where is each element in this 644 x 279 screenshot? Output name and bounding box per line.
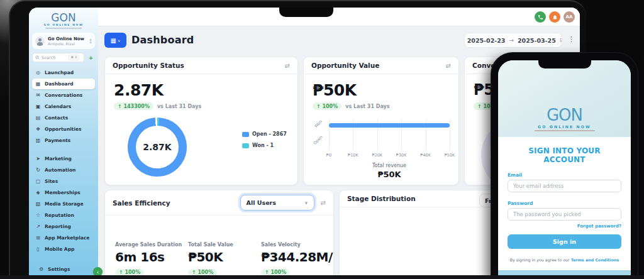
sidebar-item-label: App Marketplace — [45, 235, 89, 241]
phone-call-button[interactable] — [535, 11, 546, 23]
forgot-password-link[interactable]: Forgot password? — [508, 224, 621, 229]
sidebar-item-label: Dashboard — [45, 81, 74, 87]
kebab-menu-icon[interactable]: ⋮ — [568, 35, 575, 43]
email-field[interactable] — [508, 180, 621, 192]
screenshot-stage: GON GO ONLINE NOW Go Online Now Antipolo… — [0, 0, 644, 279]
card-title: Sales Efficiency — [113, 199, 170, 207]
sidebar-item-contacts[interactable]: ▤Contacts — [32, 112, 95, 123]
search-icon — [35, 55, 40, 60]
sidebar-item-marketing[interactable]: ➤Marketing — [32, 153, 95, 164]
phone-logo-text: GON — [547, 107, 582, 123]
bar-won — [329, 123, 450, 128]
notifications-button[interactable] — [549, 11, 560, 23]
sidebar-item-label: Reporting — [45, 224, 71, 229]
date-range-picker[interactable]: 2025-02-23 → 2025-03-25 ⊞ — [464, 33, 562, 48]
sidebar-item-label: Launchpad — [45, 70, 74, 75]
phone-bottom-bar — [498, 270, 631, 275]
sidebar-item-label: Settings — [48, 266, 70, 272]
sidebar-item-payments[interactable]: ▥Payments — [32, 135, 95, 146]
signin-title: SIGN INTO YOUR ACCOUNT — [508, 146, 621, 164]
mobile-app-icon: ▯ — [35, 246, 41, 252]
sidebar-item-conversations[interactable]: ✉Conversations — [32, 90, 95, 101]
terms-link[interactable]: Terms and Conditions — [571, 258, 619, 262]
opportunities-icon: ❖ — [35, 126, 41, 132]
logo-tagline-line — [45, 28, 82, 29]
date-start: 2025-02-23 — [467, 37, 506, 44]
sidebar-item-app-marketplace[interactable]: ⊞App Marketplace — [32, 232, 95, 243]
sign-in-button[interactable]: Sign in — [508, 234, 621, 249]
conversations-icon: ✉ — [35, 92, 41, 98]
sidebar-item-label: Conversations — [45, 92, 82, 98]
opportunity-value-bar-chart — [329, 119, 450, 150]
user-avatar[interactable]: AA — [564, 11, 575, 23]
x-axis-ticks: ₱0 ₱10K ₱20K ₱30K ₱40K ₱50K — [329, 153, 450, 159]
phone-login-header: GON GO ONLINE NOW — [498, 60, 631, 137]
sidebar-item-label: Marketing — [45, 156, 72, 161]
calendars-icon: ▣ — [35, 104, 41, 109]
sidebar-item-calendars[interactable]: ▣Calendars — [32, 101, 95, 112]
reporting-icon: ↗ — [35, 224, 41, 229]
sidebar-item-memberships[interactable]: ◈Memberships — [32, 187, 95, 198]
automation-icon: ↻ — [35, 167, 41, 173]
topbar: AA — [98, 8, 580, 26]
account-name: Go Online Now — [48, 36, 86, 41]
card-sales-efficiency: Sales Efficiency All Users ∨ ⇄ Average S… — [104, 190, 334, 279]
phone-logo-subtext: GO ONLINE NOW — [538, 124, 591, 129]
bar-row-label-won: Won — [313, 119, 323, 129]
phone-notch — [538, 60, 591, 68]
search-box[interactable]: ⌘ K — [32, 53, 84, 62]
users-filter-select[interactable]: All Users ∨ — [240, 195, 314, 211]
email-label: Email — [508, 172, 621, 178]
filter-icon[interactable]: ⇄ — [321, 199, 326, 206]
sidebar-item-mobile-app[interactable]: ▯Mobile App — [32, 244, 95, 254]
password-label: Password — [508, 200, 621, 206]
account-switcher[interactable]: Go Online Now Antipolo, Rizal ∧∨ — [32, 33, 95, 49]
sidebar-item-dashboard[interactable]: ▦Dashboard — [32, 79, 95, 89]
arrow-right-icon: → — [509, 37, 514, 43]
opportunity-status-donut-chart: 2.87K — [128, 118, 187, 177]
sidebar-item-media-storage[interactable]: ▧Media Storage — [32, 199, 95, 209]
phone-logo-tagline-line — [535, 130, 595, 131]
sidebar-item-launchpad[interactable]: ◎Launchpad — [32, 67, 95, 78]
chevron-down-icon: ∨ — [118, 38, 120, 43]
sidebar-item-label: Media Storage — [45, 201, 84, 207]
sidebar-item-opportunities[interactable]: ❖Opportunities — [32, 124, 95, 134]
payments-icon: ▥ — [35, 138, 41, 143]
sidebar-item-label: Memberships — [45, 190, 80, 195]
phone-icon — [538, 14, 543, 20]
dashboard-switcher-button[interactable]: ▦ ∨ — [104, 33, 126, 48]
card-opportunity-status: Opportunity Status ⇄ 2.87K ↑ 143300% vs … — [104, 57, 298, 185]
legend-swatch-open — [242, 132, 249, 137]
calendar-icon: ⊞ — [560, 37, 562, 43]
sales-metrics: Average Sales Duration 6m 16s ↑ 100% Tot… — [115, 242, 330, 276]
total-revenue-label: Total revenue — [329, 163, 450, 168]
chevron-down-icon: ∨ — [304, 200, 308, 205]
search-shortcut: ⌘ K — [69, 55, 79, 60]
sidebar-item-label: Contacts — [45, 115, 68, 121]
chevron-updown-icon: ∧∨ — [89, 38, 92, 43]
sidebar-item-label: Calendars — [45, 104, 71, 109]
bar-row-label-open: Open — [313, 134, 324, 146]
sidebar-item-reputation[interactable]: ☆Reputation — [32, 210, 95, 221]
memberships-icon: ◈ — [35, 190, 41, 195]
contacts-icon: ▤ — [35, 115, 41, 121]
launchpad-icon: ◎ — [35, 70, 41, 75]
sidebar-item-sites[interactable]: ▢Sites — [32, 176, 95, 187]
filter-icon[interactable]: ⇄ — [285, 62, 290, 69]
sidebar-item-automation[interactable]: ↻Automation — [32, 165, 95, 175]
donut-legend: Open - 2867 Won - 1 — [242, 131, 287, 148]
sidebar-item-reporting[interactable]: ↗Reporting — [32, 221, 95, 232]
sidebar-item-settings[interactable]: ⚙ Settings — [35, 264, 98, 275]
total-revenue-value: ₱50K — [329, 170, 450, 179]
quick-add-button[interactable]: + — [87, 53, 95, 62]
opportunity-value-amount: ₱50K — [313, 81, 357, 99]
legend-swatch-won — [242, 143, 249, 148]
search-input[interactable] — [42, 55, 67, 60]
legend-label: Won - 1 — [252, 143, 274, 148]
password-field[interactable] — [508, 208, 621, 221]
filter-icon[interactable]: ⇄ — [446, 62, 451, 69]
sidebar-item-label: Reputation — [45, 212, 74, 218]
sidebar: GON GO ONLINE NOW Go Online Now Antipolo… — [29, 8, 98, 279]
card-opportunity-value: Opportunity Value ⇄ ₱50K ↑ 100% vs Last … — [303, 57, 459, 185]
users-filter-value: All Users — [247, 199, 276, 206]
